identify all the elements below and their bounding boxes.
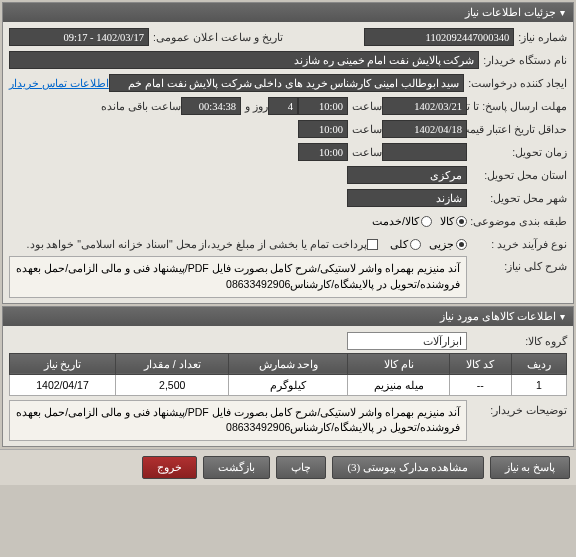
payment-checkbox[interactable] [367, 239, 378, 250]
packaging-option-service-label: کالا/خدمت [372, 215, 419, 227]
province-field: مرکزی [347, 166, 467, 184]
buyer-org-label: نام دستگاه خریدار: [479, 54, 567, 66]
buy-process-option-partial-label: جزیی [429, 238, 454, 250]
buyer-org-field: شرکت پالایش نفت امام خمینی ره شازند [9, 51, 479, 69]
packaging-option-goods[interactable]: کالا [440, 215, 467, 227]
contact-link[interactable]: اطلاعات تماس خریدار [9, 77, 109, 89]
buy-process-label: نوع فرآیند خرید : [467, 238, 567, 250]
need-no-label: شماره نیاز: [514, 31, 567, 43]
items-table: ردیف کد کالا نام کالا واحد شمارش تعداد /… [9, 353, 567, 396]
buyer-notes-box: آند منیزیم بهمراه واشر لاستیکی/شرح کامل … [9, 400, 467, 442]
packaging-radio-group: کالا کالا/خدمت [372, 215, 467, 227]
cell-unit: کیلوگرم [229, 374, 348, 395]
send-due-label: مهلت ارسال پاسخ: تا تاریخ: [467, 100, 567, 112]
radio-icon [456, 239, 467, 250]
cell-qty: 2,500 [116, 374, 229, 395]
details-panel-title: جزئیات اطلاعات نیاز [465, 6, 556, 19]
public-date-label: تاریخ و ساعت اعلان عمومی: [149, 31, 283, 43]
table-row[interactable]: 1 -- میله منیزیم کیلوگرم 2,500 1402/04/1… [10, 374, 567, 395]
valid-from-time-field: 10:00 [298, 120, 348, 138]
col-unit[interactable]: واحد شمارش [229, 353, 348, 374]
goods-group-field: ابزارآلات [347, 332, 467, 350]
goods-panel-title: اطلاعات کالاهای مورد نیاز [440, 310, 556, 323]
valid-from-date-field: 1402/04/18 [382, 120, 467, 138]
hour-label-3: ساعت [348, 146, 382, 158]
buyer-notes-label: توضیحات خریدار: [467, 400, 567, 416]
buy-process-option-partial[interactable]: جزیی [429, 238, 467, 250]
col-idx[interactable]: ردیف [511, 353, 566, 374]
reply-button[interactable]: پاسخ به نیاز [490, 456, 571, 479]
goods-group-label: گروه کالا: [467, 335, 567, 347]
cell-idx: 1 [511, 374, 566, 395]
need-no-field: 1102092447000340 [364, 28, 514, 46]
day-and-label: روز و [241, 100, 268, 112]
city-label: شهر محل تحویل: [467, 192, 567, 204]
valid-from-label: حداقل تاریخ اعتبار قیمت: تا تاریخ: [467, 123, 567, 135]
send-due-date-field: 1402/03/21 [382, 97, 467, 115]
col-date[interactable]: تاریخ نیاز [10, 353, 116, 374]
buy-process-option-full-label: کلی [390, 238, 408, 250]
radio-icon [410, 239, 421, 250]
attachments-button[interactable]: مشاهده مدارک پیوستی (3) [332, 456, 483, 479]
delivery-date-label: زمان تحویل: [467, 146, 567, 158]
hour-label-1: ساعت [348, 100, 382, 112]
col-qty[interactable]: تعداد / مقدار [116, 353, 229, 374]
city-field: شازند [347, 189, 467, 207]
requester-field: سید ابوطالب امینی کارشناس خرید های داخلی… [109, 74, 464, 92]
main-desc-label: شرح کلی نیاز: [467, 256, 567, 272]
col-code[interactable]: کد کالا [449, 353, 511, 374]
goods-panel-header[interactable]: ▾ اطلاعات کالاهای مورد نیاز [3, 307, 573, 326]
details-panel-header[interactable]: ▾ جزئیات اطلاعات نیاز [3, 3, 573, 22]
buy-process-radio-group: جزیی کلی [390, 238, 467, 250]
chevron-down-icon: ▾ [560, 311, 565, 322]
send-due-days-field: 4 [268, 97, 298, 115]
packaging-option-goods-label: کالا [440, 215, 454, 227]
requester-label: ایجاد کننده درخواست: [464, 77, 567, 89]
exit-button[interactable]: خروج [142, 456, 197, 479]
radio-icon [421, 216, 432, 227]
delivery-date-field [382, 143, 467, 161]
cell-code: -- [449, 374, 511, 395]
remain-label: ساعت باقی مانده [97, 100, 181, 112]
buy-process-option-full[interactable]: کلی [390, 238, 421, 250]
payment-note-label: پرداخت تمام یا بخشی از مبلغ خرید،از محل … [23, 238, 367, 250]
delivery-time-field: 10:00 [298, 143, 348, 161]
cell-date: 1402/04/17 [10, 374, 116, 395]
send-due-clock-field: 00:34:38 [181, 97, 241, 115]
print-button[interactable]: چاپ [276, 456, 326, 479]
button-bar: پاسخ به نیاز مشاهده مدارک پیوستی (3) چاپ… [0, 449, 576, 485]
public-date-field: 1402/03/17 - 09:17 [9, 28, 149, 46]
radio-icon [456, 216, 467, 227]
province-label: استان محل تحویل: [467, 169, 567, 181]
send-due-time-field: 10:00 [298, 97, 348, 115]
main-desc-box: آند منیزیم بهمراه واشر لاستیکی/شرح کامل … [9, 256, 467, 298]
chevron-down-icon: ▾ [560, 7, 565, 18]
hour-label-2: ساعت [348, 123, 382, 135]
cell-name: میله منیزیم [348, 374, 449, 395]
packaging-label: طبقه بندی موضوعی: [467, 215, 567, 227]
packaging-option-service[interactable]: کالا/خدمت [372, 215, 432, 227]
col-name[interactable]: نام کالا [348, 353, 449, 374]
back-button[interactable]: بازگشت [203, 456, 270, 479]
